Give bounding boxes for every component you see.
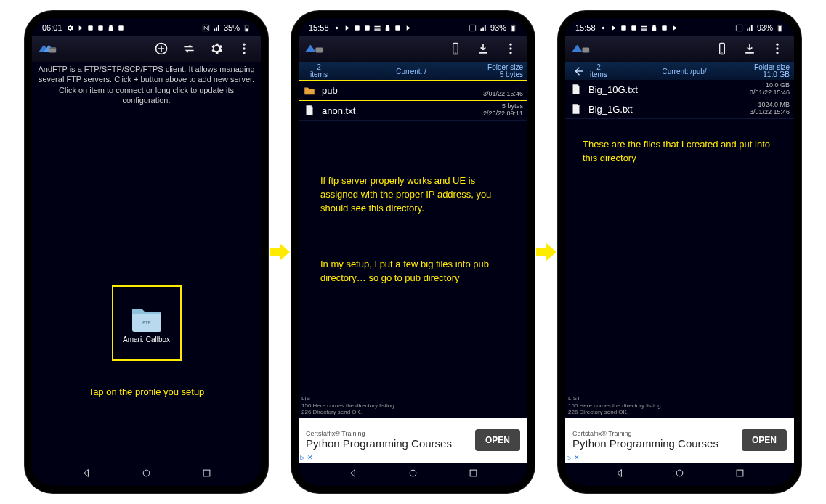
status-time: 15:58 [575, 23, 596, 32]
file-name: Big_1G.txt [588, 104, 750, 115]
ad-open-button[interactable]: OPEN [742, 429, 787, 451]
battery-icon [776, 24, 784, 32]
svg-rect-33 [662, 25, 666, 30]
svg-point-27 [509, 47, 511, 49]
svg-text:FTP: FTP [142, 320, 150, 325]
svg-point-43 [776, 52, 778, 54]
andftp-logo-icon [571, 41, 591, 56]
nav-home[interactable] [674, 468, 685, 481]
ad-banner[interactable]: Certstaffix® Training Python Programming… [565, 418, 794, 463]
adchoices-icon[interactable]: ▷ ✕ [567, 454, 580, 461]
ad-open-button[interactable]: OPEN [475, 429, 520, 451]
nav-home[interactable] [141, 468, 152, 481]
signal-icon [213, 24, 221, 32]
app-toolbar [565, 36, 794, 62]
phone-3: 15:58 93% [558, 11, 801, 493]
svg-point-42 [776, 47, 778, 49]
andftp-logo-icon [304, 41, 325, 56]
nfc-icon [469, 24, 477, 32]
file-name: anon.txt [322, 105, 483, 116]
status-bar: 15:58 93% [299, 18, 527, 36]
app-toolbar [299, 36, 527, 62]
svg-rect-22 [513, 24, 514, 25]
step-arrow-icon [267, 239, 293, 265]
app-toolbar [32, 36, 261, 62]
ftp-profile-tile[interactable]: FTP Amari. Callbox [112, 285, 182, 361]
signal-icon [479, 24, 487, 32]
list-item[interactable]: Big_1G.txt 1024.0 MB3/01/22 15:46 [565, 99, 794, 119]
caption-text: These are the files that I created and p… [583, 138, 777, 166]
svg-rect-19 [469, 25, 475, 31]
svg-rect-38 [582, 48, 589, 53]
signal-icon [746, 24, 754, 32]
svg-rect-30 [470, 470, 477, 476]
download-button[interactable] [739, 38, 761, 60]
overflow-button[interactable] [766, 38, 788, 60]
nav-back[interactable] [348, 468, 359, 481]
current-path: Current: / [335, 68, 487, 76]
nav-back[interactable] [615, 468, 625, 481]
add-button[interactable] [150, 38, 172, 60]
svg-rect-34 [736, 25, 742, 31]
android-navbar [565, 463, 794, 486]
directory-header: 2items Current: /pub/ Folder size11.0 GB [565, 62, 794, 80]
caption-text: If ftp server properly works and UE is a… [320, 174, 506, 216]
svg-rect-23 [315, 48, 323, 53]
android-navbar [299, 463, 527, 486]
status-notif-icons [333, 24, 412, 32]
nav-back[interactable] [81, 468, 92, 481]
device-button[interactable] [711, 38, 733, 60]
intro-text: AndFTP is a FTP/SFTP/SCP/FTPS client. It… [32, 62, 261, 110]
svg-rect-32 [631, 25, 636, 30]
svg-rect-1 [98, 25, 102, 30]
nav-recents[interactable] [734, 468, 745, 481]
overflow-button[interactable] [233, 38, 255, 60]
ad-title: Python Programming Courses [306, 438, 468, 450]
phone-1: 06:01 35% [25, 11, 268, 493]
battery-pct: 35% [224, 23, 240, 32]
svg-point-10 [243, 44, 245, 46]
svg-rect-6 [246, 24, 248, 25]
device-button[interactable] [445, 38, 466, 60]
battery-icon [509, 24, 517, 32]
server-log: LIST 150 Here comes the directory listin… [565, 394, 794, 418]
svg-rect-17 [365, 25, 369, 30]
profile-label: Amari. Callbox [123, 336, 170, 344]
download-button[interactable] [472, 38, 494, 60]
nav-home[interactable] [408, 468, 418, 481]
battery-pct: 93% [757, 23, 773, 32]
battery-icon [243, 24, 251, 32]
svg-rect-36 [779, 25, 782, 31]
svg-point-12 [243, 52, 245, 54]
directory-header: 2items Current: / Folder size5 bytes [299, 62, 527, 80]
overflow-button[interactable] [500, 38, 522, 60]
list-item[interactable]: Big_10G.txt 10.0 GB3/01/22 15:46 [565, 80, 794, 99]
svg-point-14 [143, 470, 150, 476]
list-item[interactable]: anon.txt 5 bytes2/23/22 09:11 [299, 101, 527, 121]
nav-recents[interactable] [468, 468, 479, 481]
ftp-folder-icon: FTP [129, 304, 164, 333]
file-icon [303, 104, 316, 117]
transfer-button[interactable] [178, 38, 200, 60]
current-path: Current: /pub/ [615, 68, 754, 76]
svg-rect-8 [49, 48, 56, 49]
settings-button[interactable] [206, 38, 227, 60]
svg-rect-5 [246, 28, 248, 31]
adchoices-icon[interactable]: ▷ ✕ [300, 454, 313, 461]
svg-rect-15 [203, 470, 210, 476]
svg-rect-18 [395, 25, 400, 30]
step-arrow-icon [533, 239, 559, 265]
svg-rect-45 [737, 470, 743, 476]
caption-text: In my setup, I put a few big files into … [320, 258, 506, 285]
svg-point-40 [721, 52, 722, 53]
list-item[interactable]: pub 3/01/22 15:46 [299, 80, 527, 101]
svg-rect-16 [355, 25, 359, 30]
svg-point-11 [243, 47, 245, 49]
file-name: pub [322, 85, 483, 96]
ad-banner[interactable]: Certstaffix® Training Python Programming… [299, 418, 527, 463]
status-time: 06:01 [42, 23, 62, 32]
server-log: LIST 150 Here comes the directory listin… [299, 394, 527, 418]
nav-recents[interactable] [201, 468, 212, 481]
phone-2: 15:58 93% [291, 11, 535, 493]
svg-rect-21 [512, 25, 515, 31]
